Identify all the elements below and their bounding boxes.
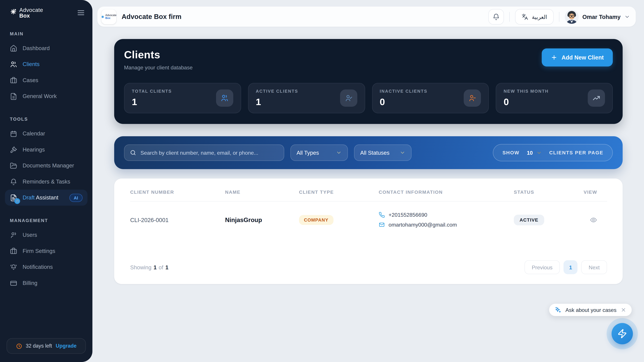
sidebar-item-clients[interactable]: Clients <box>5 56 88 72</box>
column-header-status: STATUS <box>514 190 584 194</box>
app-viewport: Advocate Box MAIN Dashboard Clients Case… <box>0 0 644 362</box>
stat-label: ACTIVE CLIENTS <box>256 89 298 93</box>
stat-value: 0 <box>380 96 427 108</box>
stat-value: 1 <box>256 96 298 108</box>
divider <box>559 12 559 22</box>
chevron-down-icon <box>336 150 342 156</box>
briefcase-icon <box>10 247 17 255</box>
sidebar-item-draft-assistant[interactable]: Draft Assistant AI <box>5 190 88 206</box>
zap-icon <box>617 329 627 339</box>
client-type-badge: COMPANY <box>299 215 334 225</box>
column-header-name: NAME <box>225 190 299 194</box>
upgrade-link[interactable]: Upgrade <box>56 343 76 349</box>
column-header-view: VIEW <box>584 190 607 194</box>
sidebar-item-cases[interactable]: Cases <box>5 72 88 88</box>
calendar-icon <box>10 130 17 137</box>
client-number-cell: CLI-2026-0001 <box>130 217 225 223</box>
sidebar-item-dashboard[interactable]: Dashboard <box>5 40 88 56</box>
column-header-client-number: CLIENT NUMBER <box>130 190 225 194</box>
sidebar-item-billing[interactable]: Billing <box>5 275 88 291</box>
table-row: CLI-2026-0001 NinjasGroup COMPANY +20155… <box>130 201 607 240</box>
search-input[interactable] <box>140 150 278 156</box>
user-name: Omar Tohamy <box>582 13 620 20</box>
stat-label: NEW THIS MONTH <box>504 89 548 93</box>
user-minus-icon <box>464 89 481 107</box>
assistant-tooltip-text: Ask about your cases <box>566 307 616 313</box>
app-logo: Advocate Box <box>19 7 43 19</box>
sidebar-item-documents-manager[interactable]: Documents Manager <box>5 158 88 174</box>
gavel-icon <box>10 146 17 153</box>
draft-document-icon <box>10 194 17 201</box>
advocate-box-logo-icon <box>10 8 17 15</box>
previous-page-button[interactable]: Previous <box>524 260 560 274</box>
sidebar-item-label: Billing <box>23 280 38 286</box>
column-header-client-type: CLIENT TYPE <box>299 190 379 194</box>
client-type-cell: COMPANY <box>299 215 379 225</box>
add-new-client-button[interactable]: Add New Client <box>542 48 613 66</box>
users-icon <box>216 89 233 107</box>
filter-bar: All Types All Statuses SHOW 10 CLIENTS P… <box>114 136 623 169</box>
column-header-contact-information: CONTACT INFORMATION <box>379 190 514 194</box>
page-size-value: 10 <box>527 150 533 156</box>
sidebar-item-users[interactable]: Users <box>5 227 88 243</box>
sidebar-item-calendar[interactable]: Calendar <box>5 126 88 142</box>
sidebar-nav: MAIN Dashboard Clients Cases General Wor… <box>0 19 92 291</box>
trial-days-left: 32 days left <box>26 343 52 349</box>
stat-value: 0 <box>504 96 548 108</box>
page-subtitle: Manage your client database <box>124 64 193 70</box>
per-page-control: SHOW 10 CLIENTS PER PAGE <box>493 144 613 161</box>
ai-badge: AI <box>69 194 83 202</box>
bell-ring-icon <box>10 264 17 271</box>
sidebar-item-label: Firm Settings <box>23 248 55 254</box>
mail-icon <box>379 222 385 228</box>
status-cell: ACTIVE <box>514 215 584 225</box>
type-filter-dropdown[interactable]: All Types <box>290 144 348 161</box>
credit-card-icon <box>10 279 17 287</box>
status-filter-dropdown[interactable]: All Statuses <box>354 144 412 161</box>
per-page-label: CLIENTS PER PAGE <box>549 150 604 156</box>
sidebar-item-label: Hearings <box>23 147 45 153</box>
sidebar-item-label: Calendar <box>23 131 45 137</box>
page-number-button[interactable]: 1 <box>564 260 578 274</box>
table-footer: Showing 1 of 1 Previous 1 Next <box>130 248 607 274</box>
close-icon[interactable] <box>620 307 626 313</box>
folder-open-icon <box>10 162 17 169</box>
user-check-icon <box>340 89 357 107</box>
advocate-box-logo-icon <box>101 15 105 18</box>
ai-assistant-fab[interactable] <box>612 323 633 344</box>
clock-icon <box>16 343 22 349</box>
view-cell <box>584 216 607 223</box>
view-client-button[interactable] <box>588 216 598 223</box>
languages-icon <box>522 13 528 20</box>
show-label: SHOW <box>502 150 520 156</box>
sidebar-item-firm-settings[interactable]: Firm Settings <box>5 243 88 259</box>
trending-up-icon <box>588 89 605 107</box>
firm-logo-chip: Advocate Box <box>102 9 116 24</box>
status-badge: ACTIVE <box>514 215 544 225</box>
sidebar-item-reminders-tasks[interactable]: Reminders & Tasks <box>5 174 88 190</box>
clients-table-card: CLIENT NUMBER NAME CLIENT TYPE CONTACT I… <box>114 178 623 284</box>
sidebar-item-label: General Work <box>23 93 57 99</box>
page-heading: Clients <box>124 48 193 61</box>
sidebar-item-label: Reminders & Tasks <box>23 179 70 185</box>
assistant-tooltip-chip: Ask about your cases <box>549 304 632 316</box>
sidebar-item-notifications[interactable]: Notifications <box>5 259 88 275</box>
file-text-icon <box>10 93 17 100</box>
sidebar-collapse-button[interactable] <box>77 7 85 18</box>
sidebar-item-general-work[interactable]: General Work <box>5 88 88 104</box>
user-menu[interactable]: Omar Tohamy <box>565 10 630 24</box>
section-label-tools: TOOLS <box>5 117 88 121</box>
eye-icon <box>590 216 597 223</box>
sidebar-item-hearings[interactable]: Hearings <box>5 142 88 158</box>
stat-card-total-clients: TOTAL CLIENTS 1 <box>124 83 241 113</box>
client-email: omartohamy000@gmail.com <box>388 222 457 228</box>
page-size-select[interactable]: 10 <box>527 150 542 156</box>
language-switch-button[interactable]: العربية <box>515 9 554 24</box>
status-filter-value: All Statuses <box>360 150 390 156</box>
users-icon <box>10 61 17 68</box>
logo-line1: Advocate <box>19 7 43 13</box>
sidebar-item-label: Users <box>23 232 37 238</box>
notifications-bell-button[interactable] <box>488 9 504 24</box>
next-page-button[interactable]: Next <box>581 260 607 274</box>
bell-icon <box>10 178 17 185</box>
